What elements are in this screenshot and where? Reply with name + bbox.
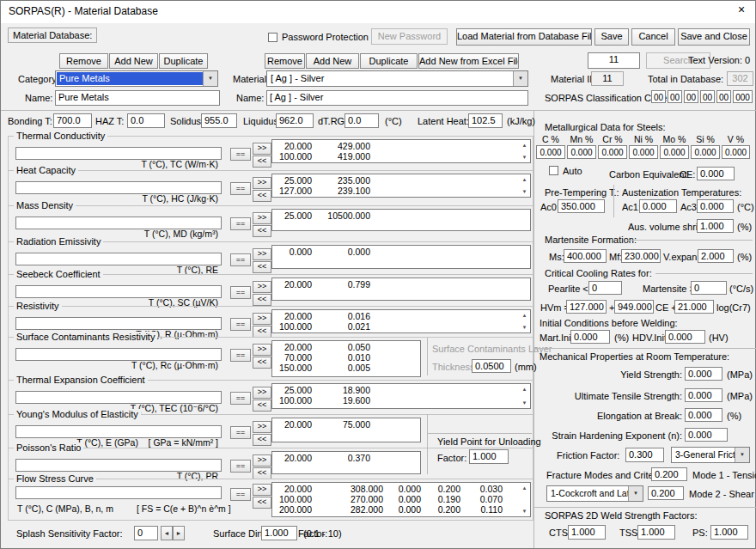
vexpan-input[interactable]: 2.000 bbox=[698, 249, 734, 263]
dt-rg-input[interactable]: 0.0 bbox=[344, 113, 379, 128]
liquidus-input[interactable]: 962.0 bbox=[276, 113, 314, 128]
classification-code-input[interactable]: 000 bbox=[733, 90, 753, 103]
scroll-down-icon[interactable]: ▼ bbox=[520, 399, 529, 407]
pearlite-input[interactable]: 0 bbox=[588, 281, 622, 295]
save-and-close-button[interactable]: Save and Close bbox=[678, 28, 750, 46]
scroll-down-icon[interactable]: ▼ bbox=[520, 153, 529, 162]
ce-input[interactable]: 0.000 bbox=[697, 167, 735, 180]
steel-element-input[interactable]: 0.000 bbox=[660, 145, 689, 159]
scroll-up-icon[interactable]: ▲ bbox=[520, 385, 529, 393]
property-list[interactable]: 0.0000.000 bbox=[271, 245, 531, 269]
strain-exponent-input[interactable]: 0.000 bbox=[685, 428, 728, 442]
fracture-model-dropdown[interactable]: 1-Cockcroft and Lathan ▼ bbox=[546, 485, 643, 502]
property-list[interactable]: 20.000429.000100.000419.000▲▼ bbox=[271, 139, 531, 163]
category-dropdown[interactable]: Pure Metals ▼ bbox=[55, 70, 218, 87]
copy-back-button[interactable]: << bbox=[253, 225, 271, 237]
friction-factor-input[interactable]: 0.300 bbox=[625, 448, 664, 462]
mode2-input[interactable]: 0.200 bbox=[648, 486, 684, 500]
copy-back-button[interactable]: << bbox=[253, 156, 271, 168]
cts-input[interactable]: 1.000 bbox=[568, 525, 606, 540]
equalize-button[interactable]: == bbox=[230, 349, 251, 362]
mart-init-input[interactable]: 0.000 bbox=[570, 330, 610, 344]
material-dropdown[interactable]: [ Ag ] - Silver ▼ bbox=[266, 70, 528, 87]
tss-input[interactable]: 1.000 bbox=[637, 525, 675, 540]
copy-back-button[interactable]: << bbox=[253, 294, 271, 306]
steel-element-input[interactable]: 0.000 bbox=[722, 145, 750, 159]
copy-forward-button[interactable]: >> bbox=[253, 313, 271, 325]
hdv-init-input[interactable]: 0.000 bbox=[665, 330, 705, 344]
property-list[interactable]: 20.0000.05070.0000.010150.0000.005 bbox=[271, 340, 421, 377]
yield-strength-input[interactable]: 0.000 bbox=[685, 367, 722, 381]
copy-back-button[interactable]: << bbox=[253, 434, 271, 446]
scroll-down-icon[interactable]: ▼ bbox=[520, 507, 529, 515]
hvm-b-input[interactable]: 949.000 bbox=[614, 300, 654, 314]
classification-code-input[interactable]: 00 bbox=[668, 90, 682, 103]
equalize-button[interactable]: == bbox=[230, 488, 251, 501]
save-button[interactable]: Save bbox=[594, 28, 629, 46]
chevron-down-icon[interactable]: ▼ bbox=[628, 486, 643, 501]
copy-forward-button[interactable]: >> bbox=[253, 454, 271, 467]
ms-input[interactable]: 400.000 bbox=[564, 249, 607, 263]
copy-forward-button[interactable]: >> bbox=[253, 344, 271, 356]
equalize-button[interactable]: == bbox=[230, 286, 251, 299]
copy-forward-button[interactable]: >> bbox=[253, 281, 271, 293]
chevron-down-icon[interactable]: ▼ bbox=[735, 448, 749, 462]
copy-forward-button[interactable]: >> bbox=[253, 387, 271, 399]
password-protection-checkbox[interactable] bbox=[268, 33, 277, 42]
equalize-button[interactable]: == bbox=[230, 253, 251, 266]
ac0-input[interactable]: 350.000 bbox=[558, 199, 605, 213]
property-list[interactable]: 20.000308.0000.0000.2000.030100.000270.0… bbox=[271, 482, 531, 517]
material-duplicate-button[interactable]: Duplicate bbox=[360, 53, 418, 69]
equalize-button[interactable]: == bbox=[230, 318, 251, 331]
cancel-button[interactable]: Cancel bbox=[631, 28, 675, 46]
copy-back-button[interactable]: << bbox=[253, 467, 271, 479]
close-icon[interactable]: × bbox=[738, 4, 745, 15]
classification-code-input[interactable]: 00 bbox=[700, 90, 715, 103]
splash-sensitivity-input[interactable]: 0 bbox=[134, 526, 158, 540]
property-input[interactable] bbox=[15, 217, 222, 229]
solidus-input[interactable]: 955.0 bbox=[201, 113, 237, 128]
property-input[interactable] bbox=[15, 147, 222, 160]
category-duplicate-button[interactable]: Duplicate bbox=[159, 53, 208, 69]
property-input[interactable] bbox=[15, 317, 222, 330]
property-list[interactable]: 20.0000.799 bbox=[271, 278, 531, 301]
thickness-input[interactable]: 0.0500 bbox=[472, 359, 511, 373]
equalize-button[interactable]: == bbox=[230, 460, 251, 473]
spin-right-icon[interactable]: ► bbox=[173, 526, 185, 540]
mode1-input[interactable]: 0.200 bbox=[651, 467, 687, 481]
material-name-input[interactable]: [ Ag ] - Silver bbox=[266, 90, 528, 106]
chevron-down-icon[interactable]: ▼ bbox=[203, 71, 217, 86]
category-remove-button[interactable]: Remove bbox=[59, 53, 108, 69]
martensite-rate-input[interactable]: 0 bbox=[691, 281, 727, 295]
copy-back-button[interactable]: << bbox=[253, 400, 271, 412]
equalize-button[interactable]: == bbox=[230, 217, 251, 230]
copy-forward-button[interactable]: >> bbox=[253, 421, 271, 433]
ac1-input[interactable]: 0.000 bbox=[639, 199, 677, 213]
yield-factor-input[interactable]: 1.000 bbox=[469, 449, 509, 464]
copy-back-button[interactable]: << bbox=[253, 190, 271, 202]
property-input[interactable] bbox=[15, 181, 222, 194]
property-list[interactable]: 20.00075.000 bbox=[271, 418, 421, 442]
copy-forward-button[interactable]: >> bbox=[253, 484, 271, 496]
property-list[interactable]: 25.00018.900100.00019.600▲▼ bbox=[271, 383, 531, 409]
auto-checkbox[interactable] bbox=[549, 166, 558, 175]
ps-input[interactable]: 1.000 bbox=[710, 525, 748, 540]
steel-element-input[interactable]: 0.000 bbox=[536, 145, 565, 159]
spin-left-icon[interactable]: ◄ bbox=[161, 526, 173, 540]
uts-input[interactable]: 0.000 bbox=[685, 388, 722, 402]
steel-element-input[interactable]: 0.000 bbox=[567, 145, 596, 159]
mf-input[interactable]: 230.000 bbox=[621, 249, 661, 263]
steel-element-input[interactable]: 0.000 bbox=[691, 145, 720, 159]
copy-back-button[interactable]: << bbox=[253, 261, 271, 273]
category-name-input[interactable]: Pure Metals bbox=[55, 90, 220, 106]
property-list[interactable]: 25.00010500.000 bbox=[271, 209, 531, 231]
equalize-button[interactable]: == bbox=[230, 148, 251, 161]
hvm-c-input[interactable]: 21.000 bbox=[674, 300, 714, 314]
dirty-clean-input[interactable]: 1.000 bbox=[261, 526, 297, 540]
equalize-button[interactable]: == bbox=[230, 182, 251, 195]
scroll-up-icon[interactable]: ▲ bbox=[520, 175, 529, 184]
property-input[interactable] bbox=[15, 253, 222, 265]
copy-back-button[interactable]: << bbox=[253, 357, 271, 369]
material-remove-button[interactable]: Remove bbox=[265, 53, 305, 69]
material-add-new-button[interactable]: Add New bbox=[306, 53, 359, 69]
